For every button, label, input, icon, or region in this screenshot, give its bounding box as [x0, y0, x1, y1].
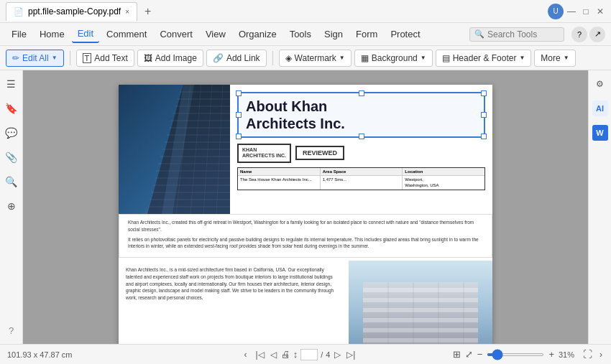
window-controls: — □ ✕	[566, 6, 605, 17]
search-tools-input[interactable]	[487, 29, 559, 39]
cell-area: 1,477 Sms...	[321, 176, 403, 190]
toolbar-separator-1	[70, 51, 70, 65]
logo-area: KHANARCHITECTS INC. REVIEWED	[237, 144, 485, 163]
title-bar: 📄 ppt.file-sample-Copy.pdf × + U — □ ✕	[0, 0, 611, 23]
watermark-icon: ◈	[285, 53, 292, 63]
nav-prev-area: ‹	[243, 350, 249, 360]
sidebar-help-icon[interactable]: ?	[4, 322, 19, 338]
svg-rect-31	[363, 338, 478, 342]
new-tab-button[interactable]: +	[142, 5, 154, 18]
scroll-right-btn[interactable]: ›	[598, 350, 604, 360]
menu-convert[interactable]: Convert	[154, 26, 198, 42]
svg-rect-27	[363, 298, 478, 302]
pdf-tab[interactable]: 📄 ppt.file-sample-Copy.pdf ×	[6, 2, 137, 21]
last-page-btn[interactable]: ▷|	[345, 350, 357, 360]
print-icon[interactable]: 🖨	[281, 349, 290, 360]
menu-home[interactable]: Home	[34, 26, 70, 42]
add-text-button[interactable]: T Add Text	[76, 50, 134, 67]
sidebar-comments-icon[interactable]: 💬	[4, 125, 19, 141]
link-icon: 🔗	[213, 53, 224, 63]
watermark-button[interactable]: ◈ Watermark ▼	[279, 50, 352, 67]
khan-logo: KHANARCHITECTS INC.	[237, 144, 291, 163]
scroll-left-btn[interactable]: ‹	[243, 350, 249, 360]
right-word-icon[interactable]: W	[592, 125, 608, 141]
sidebar-search-icon[interactable]: 🔍	[4, 174, 19, 190]
background-button[interactable]: ▦ Background ▼	[354, 50, 433, 67]
menu-tools[interactable]: Tools	[284, 26, 317, 42]
reviewed-badge: REVIEWED	[295, 146, 344, 160]
fit-page-icon[interactable]: ⤢	[465, 349, 473, 360]
col-area: Area Space	[321, 168, 403, 175]
view-mode-icon[interactable]: ⊞	[453, 349, 461, 360]
description-text-2: It relies on photovoltaic panels for ele…	[128, 236, 483, 251]
tab-close-btn[interactable]: ×	[125, 8, 129, 16]
title-bar-left: 📄 ppt.file-sample-Copy.pdf × +	[6, 2, 548, 21]
col-location: Location	[403, 168, 484, 175]
help-icon[interactable]: ?	[571, 27, 587, 42]
right-settings-icon[interactable]: ⚙	[592, 76, 608, 92]
menu-view[interactable]: View	[200, 26, 231, 42]
first-page-btn[interactable]: |◁	[254, 350, 266, 360]
background-icon: ▦	[361, 53, 369, 63]
pdf-title-text: About Khan Architects Inc.	[246, 98, 477, 132]
toolbar-separator-2	[272, 51, 273, 65]
title-bar-right: U — □ ✕	[548, 4, 605, 19]
prev-page-btn[interactable]: ◁	[269, 350, 278, 360]
description-text-1: Khan Architects Inc., created this off-g…	[128, 219, 483, 233]
edit-all-arrow: ▼	[52, 55, 58, 61]
svg-rect-28	[363, 308, 478, 312]
close-window-icon[interactable]: ✕	[595, 6, 605, 17]
search-tools-box[interactable]: 🔍	[469, 27, 564, 42]
info-table: Name Area Space Location The Sea House K…	[237, 167, 485, 191]
zoom-out-icon[interactable]: −	[477, 349, 483, 360]
menu-sign[interactable]: Sign	[318, 26, 349, 42]
menu-edit[interactable]: Edit	[72, 25, 99, 43]
sidebar-layers-icon[interactable]: ⊕	[4, 198, 19, 214]
menu-organize[interactable]: Organize	[233, 26, 282, 42]
add-image-button[interactable]: 🖼 Add Image	[137, 50, 203, 67]
page-middle-section: Khan Architects Inc., created this off-g…	[119, 214, 492, 258]
sidebar-attachments-icon[interactable]: 📎	[4, 149, 19, 165]
text-icon: T	[83, 53, 92, 63]
status-bar: 101.93 x 47.87 cm ‹ |◁ ◁ 🖨 ↕ 1 / 4 ▷ ▷| …	[0, 344, 611, 364]
add-link-button[interactable]: 🔗 Add Link	[206, 50, 267, 67]
next-page-btn[interactable]: ▷	[333, 350, 342, 360]
fullscreen-icon[interactable]: ⛶	[583, 349, 592, 360]
svg-rect-30	[363, 328, 478, 332]
title-container[interactable]: About Khan Architects Inc.	[237, 92, 485, 138]
menu-comment[interactable]: Comment	[101, 26, 152, 42]
sidebar-thumbnails-icon[interactable]: ☰	[4, 76, 19, 92]
maximize-icon[interactable]: □	[581, 6, 591, 17]
image-icon: 🖼	[144, 53, 152, 63]
edit-icon: ✏	[12, 53, 19, 63]
zoom-slider[interactable]	[487, 353, 544, 356]
info-table-row: The Sea House Khan Architects Inc... 1,4…	[238, 176, 484, 190]
page-bottom-section: Khan Architects Inc., is a mid-sized arc…	[119, 261, 492, 344]
page-navigation: |◁ ◁ 🖨 ↕ 1 / 4 ▷ ▷|	[254, 349, 357, 360]
edit-all-button[interactable]: ✏ Edit All ▼	[6, 50, 64, 67]
more-button[interactable]: More ▼	[534, 50, 575, 67]
profile-avatar[interactable]: U	[548, 4, 564, 19]
status-right: ⊞ ⤢ − + 31% ⛶	[362, 349, 592, 360]
about-text: Khan Architects Inc., is a mid-sized arc…	[119, 261, 349, 344]
current-page-input[interactable]: 1	[300, 349, 318, 360]
cursor-icon[interactable]: ↕	[293, 349, 298, 360]
page-top-section: About Khan Architects Inc. KHANARCHITECT…	[119, 85, 492, 214]
svg-rect-26	[363, 288, 478, 292]
menu-bar: File Home Edit Comment Convert View Orga…	[0, 23, 611, 46]
menu-file[interactable]: File	[6, 26, 32, 42]
share-icon[interactable]: ↗	[589, 27, 605, 42]
zoom-in-icon[interactable]: +	[548, 349, 554, 360]
zoom-level: 31%	[559, 350, 579, 359]
menu-protect[interactable]: Protect	[385, 26, 426, 42]
right-ai-icon[interactable]: AI	[592, 101, 608, 116]
right-sidebar: ⚙ AI W	[588, 70, 611, 344]
edit-toolbar: ✏ Edit All ▼ T Add Text 🖼 Add Image 🔗 Ad…	[0, 46, 611, 70]
main-content: ☰ 🔖 💬 📎 🔍 ⊕ ?	[0, 70, 611, 344]
menu-form[interactable]: Form	[350, 26, 383, 42]
pdf-viewer[interactable]: About Khan Architects Inc. KHANARCHITECT…	[23, 70, 588, 344]
settings-icon[interactable]: —	[566, 6, 576, 17]
sidebar-bookmarks-icon[interactable]: 🔖	[4, 101, 19, 116]
cell-name: The Sea House Khan Architects Inc...	[238, 176, 321, 190]
header-footer-button[interactable]: ▤ Header & Footer ▼	[436, 50, 532, 67]
